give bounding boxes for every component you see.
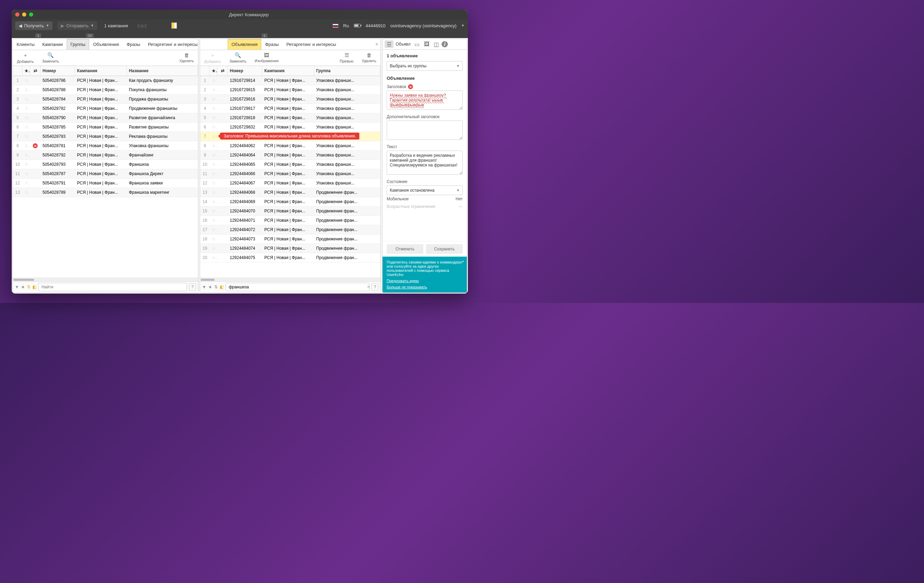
tab-ads-mid[interactable]: Объявления: [228, 39, 261, 50]
notes-icon[interactable]: [172, 23, 177, 29]
sync-filter-icon[interactable]: ⇅: [27, 285, 30, 290]
table-row[interactable]: 11☆12924484066РСЯ | Новая | Фран...Упако…: [200, 169, 380, 179]
table-row[interactable]: 8☆5054028781РСЯ | Новая | Фран...Упаковк…: [13, 141, 198, 151]
left-hscroll[interactable]: [13, 278, 198, 281]
table-row[interactable]: 4☆5054028782РСЯ | Новая | Фран...Продвиж…: [13, 104, 198, 113]
bookmark-icon[interactable]: ◧: [33, 285, 36, 290]
replace-button-mid[interactable]: 🔍Заменить: [225, 51, 251, 64]
info-icon[interactable]: i: [442, 41, 448, 47]
minimize-window-button[interactable]: [22, 12, 26, 16]
table-row[interactable]: 15☆12924484070РСЯ | Новая | Фран...Продв…: [200, 206, 380, 216]
tab-campaigns[interactable]: Кампании: [38, 39, 67, 50]
sync-filter-icon[interactable]: ⇅: [214, 285, 218, 290]
close-window-button[interactable]: [15, 12, 19, 16]
filter-icon[interactable]: ▼: [15, 285, 19, 290]
table-row[interactable]: 4☆12916729817РСЯ | Новая | Фран...Упаков…: [200, 104, 380, 113]
table-row[interactable]: 6☆5054028785РСЯ | Новая | Фран...Развити…: [13, 123, 198, 132]
user-menu-chevron-icon[interactable]: ▼: [461, 24, 464, 27]
delete-button[interactable]: 🗑Удалить: [175, 51, 198, 64]
tab-phrases-mid[interactable]: Фразы: [261, 39, 283, 50]
replace-button[interactable]: 🔍Заменить: [38, 51, 63, 64]
delete-button-mid[interactable]: 🗑Удалить: [358, 51, 380, 64]
table-row[interactable]: 14☆12924484069РСЯ | Новая | Фран...Продв…: [200, 197, 380, 206]
star-column-icon[interactable]: ★: [23, 66, 30, 76]
sync-column-icon[interactable]: ⇅: [30, 66, 40, 76]
get-button[interactable]: ◀Получить▼: [15, 21, 53, 30]
table-row[interactable]: 12☆12924484067РСЯ | Новая | Фран...Упако…: [200, 179, 380, 188]
bookmark-icon[interactable]: ◧: [220, 285, 224, 290]
mid-hscroll[interactable]: [200, 278, 380, 281]
select-groups-dropdown[interactable]: Выбрать их группы▼: [387, 61, 463, 71]
headline-input[interactable]: [387, 91, 463, 110]
col-number[interactable]: Номер: [40, 66, 75, 76]
state-dropdown[interactable]: Кампания остановлена▼: [387, 186, 463, 195]
close-panel-icon[interactable]: ×: [375, 41, 378, 47]
col-campaign-mid[interactable]: Кампания: [262, 66, 314, 76]
mid-search-input[interactable]: [226, 283, 370, 291]
table-row[interactable]: 12☆5054028791РСЯ | Новая | Фран...Франши…: [13, 179, 198, 188]
star-filter-icon[interactable]: ★: [21, 285, 25, 290]
tab-ads[interactable]: Объявления: [89, 39, 123, 50]
clear-search-icon[interactable]: ×: [367, 284, 370, 290]
star-column-icon[interactable]: ★: [210, 66, 217, 76]
table-row[interactable]: 2☆12916729815РСЯ | Новая | Фран...Упаков…: [200, 85, 380, 95]
table-row[interactable]: 7☆5054028783РСЯ | Новая | Фран...Реклама…: [13, 132, 198, 141]
text-input[interactable]: [387, 151, 463, 175]
table-row[interactable]: 5☆5054028790РСЯ | Новая | Фран...Развити…: [13, 113, 198, 123]
save-button[interactable]: Сохранить: [426, 244, 463, 254]
tab-groups[interactable]: Группы: [67, 39, 89, 50]
table-row[interactable]: 1☆5054028786РСЯ | Новая | Фран...Как про…: [13, 76, 198, 85]
star-filter-icon[interactable]: ★: [208, 285, 212, 290]
card-view-icon[interactable]: ▭: [412, 40, 422, 48]
filter-icon[interactable]: ▼: [202, 285, 206, 290]
left-help-button[interactable]: ?: [189, 283, 196, 291]
table-row[interactable]: 9☆5054028792РСЯ | Новая | Фран...Франчай…: [13, 151, 198, 160]
column-view-icon[interactable]: ◫: [432, 40, 441, 48]
table-row[interactable]: 13☆12924484068РСЯ | Новая | Фран...Продв…: [200, 188, 380, 197]
table-row[interactable]: 17☆12924484072РСЯ | Новая | Фран...Продв…: [200, 225, 380, 234]
tab-clients[interactable]: Клиенты: [13, 39, 38, 50]
images-button[interactable]: 🖼Изображения: [251, 51, 283, 64]
promo-close-icon[interactable]: ×: [462, 259, 464, 264]
table-row[interactable]: 19☆12924484074РСЯ | Новая | Фран...Продв…: [200, 244, 380, 253]
table-row[interactable]: 11☆5054028787РСЯ | Новая | Фран...Франши…: [13, 169, 198, 179]
table-row[interactable]: 3☆5054028784РСЯ | Новая | Фран...Продажа…: [13, 95, 198, 104]
col-name[interactable]: Название: [127, 66, 198, 76]
user-label[interactable]: osintsevagency (osintsevagency): [391, 23, 457, 28]
table-row[interactable]: 7☆Заголовок: Превышена максимальная длин…: [200, 132, 380, 141]
table-row[interactable]: 8☆12924484062РСЯ | Новая | Фран...Упаков…: [200, 141, 380, 151]
table-row[interactable]: 13☆5054028789РСЯ | Новая | Фран...Франши…: [13, 188, 198, 197]
language-label[interactable]: Ru: [343, 23, 349, 28]
table-row[interactable]: 10☆12924484065РСЯ | Новая | Фран...Упако…: [200, 160, 380, 169]
headline2-input[interactable]: [387, 120, 463, 140]
add-button[interactable]: ＋Добавить: [13, 51, 38, 64]
col-number-mid[interactable]: Номер: [228, 66, 262, 76]
cancel-button[interactable]: Отменить: [387, 244, 423, 254]
list-view-icon[interactable]: ☰: [384, 40, 394, 48]
table-row[interactable]: 1☆12916729814РСЯ | Новая | Фран...Упаков…: [200, 76, 380, 85]
promo-link-suggest[interactable]: Предложить идею: [387, 279, 463, 283]
table-row[interactable]: 10☆5054028793РСЯ | Новая | Фран...Франши…: [13, 160, 198, 169]
mid-help-button[interactable]: ?: [371, 283, 378, 291]
table-row[interactable]: 3☆12916729816РСЯ | Новая | Фран...Упаков…: [200, 95, 380, 104]
promo-link-dismiss[interactable]: Больше не показывать: [387, 285, 463, 289]
send-button[interactable]: ▶Отправить▼: [57, 21, 97, 30]
table-row[interactable]: 18☆12924484073РСЯ | Новая | Фран...Продв…: [200, 234, 380, 244]
table-row[interactable]: 2☆5054028788РСЯ | Новая | Фран...Покупка…: [13, 85, 198, 95]
table-row[interactable]: 9☆12924484064РСЯ | Новая | Фран...Упаков…: [200, 151, 380, 160]
sync-column-icon[interactable]: ⇅: [217, 66, 228, 76]
col-campaign[interactable]: Кампания: [75, 66, 127, 76]
tab-phrases[interactable]: Фразы: [123, 39, 144, 50]
maximize-window-button[interactable]: [29, 12, 33, 16]
tab-retargeting-mid[interactable]: Ретаргетинг и интересы: [283, 39, 340, 50]
tab-retargeting[interactable]: Ретаргетинг и интересы: [144, 39, 198, 50]
table-row[interactable]: 6☆12916729832РСЯ | Новая | Фран...Упаков…: [200, 123, 380, 132]
image-view-icon[interactable]: 🖼: [422, 40, 431, 48]
col-group-mid[interactable]: Группа: [314, 66, 380, 76]
table-row[interactable]: 20☆12924484075РСЯ | Новая | Фран...Продв…: [200, 253, 380, 262]
left-search-input[interactable]: [38, 283, 187, 291]
table-row[interactable]: 16☆12924484071РСЯ | Новая | Фран...Продв…: [200, 216, 380, 225]
preview-button[interactable]: ☰Превью: [335, 51, 358, 64]
table-row[interactable]: 5☆12916729818РСЯ | Новая | Фран...Упаков…: [200, 113, 380, 123]
split-columns-icon[interactable]: ▷|◁: [135, 23, 149, 28]
